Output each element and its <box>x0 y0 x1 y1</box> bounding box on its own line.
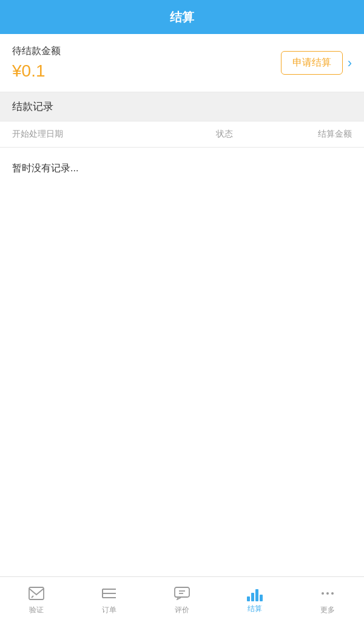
svg-rect-6 <box>175 587 189 597</box>
bottom-nav: 验证 订单 评价 <box>0 576 364 625</box>
nav-item-more[interactable]: 更多 <box>291 581 364 621</box>
records-section-header: 结款记录 <box>0 92 364 121</box>
svg-point-10 <box>326 592 329 595</box>
pending-amount: ¥0.1 <box>12 61 61 81</box>
orders-icon <box>101 587 117 603</box>
nav-item-settlement[interactable]: 结算 <box>218 582 291 620</box>
nav-item-orders[interactable]: 订单 <box>73 581 146 621</box>
verify-icon <box>29 587 44 603</box>
pending-card: 待结款金额 ¥0.1 申请结算 › <box>0 34 364 92</box>
col-date-header: 开始处理日期 <box>12 129 182 140</box>
more-icon <box>320 587 335 603</box>
svg-point-11 <box>331 592 334 595</box>
header: 结算 <box>0 0 364 34</box>
pending-label: 待结款金额 <box>12 45 61 58</box>
settlement-icon <box>247 588 263 601</box>
chevron-right-icon[interactable]: › <box>348 55 352 71</box>
empty-records-text: 暂时没有记录... <box>0 148 364 190</box>
bar-chart-icon <box>247 588 263 601</box>
nav-label-verify: 验证 <box>29 605 44 615</box>
nav-label-settlement: 结算 <box>248 604 262 614</box>
nav-label-orders: 订单 <box>102 605 116 615</box>
svg-line-1 <box>32 596 33 598</box>
svg-point-9 <box>322 592 324 595</box>
header-title: 结算 <box>170 9 194 26</box>
records-table: 开始处理日期 状态 结算金额 暂时没有记录... <box>0 121 364 625</box>
nav-label-review: 评价 <box>175 605 189 615</box>
svg-rect-0 <box>29 587 44 599</box>
nav-item-review[interactable]: 评价 <box>146 581 218 621</box>
nav-label-more: 更多 <box>320 605 335 615</box>
pending-left: 待结款金额 ¥0.1 <box>12 45 61 81</box>
nav-item-verify[interactable]: 验证 <box>0 581 73 621</box>
main-content: 待结款金额 ¥0.1 申请结算 › 结款记录 开始处理日期 状态 结算金额 暂时… <box>0 34 364 625</box>
pending-right: 申请结算 › <box>281 51 352 75</box>
col-status-header: 状态 <box>182 129 267 140</box>
col-amount-header: 结算金额 <box>267 129 352 140</box>
table-header-row: 开始处理日期 状态 结算金额 <box>0 121 364 148</box>
review-icon <box>174 587 190 603</box>
apply-settlement-button[interactable]: 申请结算 <box>281 51 343 75</box>
